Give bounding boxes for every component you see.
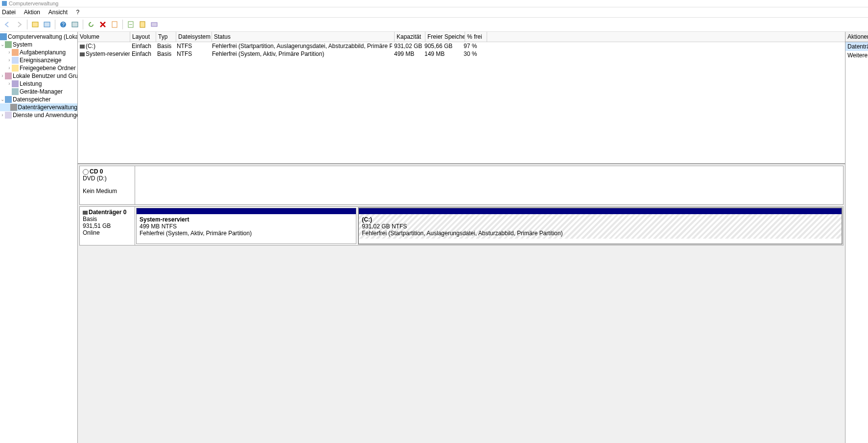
cdrom-label: CD 0 DVD (D:) Kein Medium — [80, 166, 135, 204]
properties-icon[interactable] — [109, 19, 120, 30]
disk0-label: Datenträger 0 Basis 931,51 GB Online — [80, 207, 135, 245]
tree-perf-label: Leistung — [20, 80, 42, 88]
tree-task-label: Aufgabenplanung — [20, 49, 66, 56]
attach-vhd-icon[interactable] — [137, 19, 148, 30]
nav-tree: Computerverwaltung (Lokal) ⌄System ›Aufg… — [0, 32, 78, 443]
volume-row[interactable]: System-reserviert Einfach Basis NTFS Feh… — [78, 50, 845, 58]
svg-text:?: ? — [62, 22, 65, 27]
tree-users[interactable]: ›Lokale Benutzer und Gruppen — [0, 72, 77, 80]
main-pane: Volume Layout Typ Dateisystem Status Kap… — [78, 32, 845, 443]
volume-list: Volume Layout Typ Dateisystem Status Kap… — [78, 32, 845, 164]
drive-icon — [80, 52, 85, 56]
p1-status: Fehlerfrei (System, Aktiv, Primäre Parti… — [140, 230, 252, 237]
show-hide-tree-icon[interactable] — [30, 19, 41, 30]
partition-system-reserved[interactable]: System-reserviert 499 MB NTFS Fehlerfrei… — [136, 208, 356, 244]
disk-icon — [83, 211, 88, 215]
menu-view[interactable]: Ansicht — [48, 9, 68, 16]
cell-typ: Basis — [155, 50, 175, 58]
toolbar: ? — [0, 17, 868, 32]
cell-fs: NTFS — [175, 50, 210, 58]
refresh-icon[interactable] — [86, 19, 96, 30]
tree-devmgr[interactable]: Geräte-Manager — [0, 88, 77, 96]
svg-rect-0 — [32, 22, 38, 27]
col-free[interactable]: Freier Speicher — [425, 32, 465, 42]
disk0-title: Datenträger 0 — [89, 209, 126, 216]
tree-shared[interactable]: ›Freigegebene Ordner — [0, 64, 77, 72]
menu-file[interactable]: Datei — [2, 9, 16, 16]
partition-stripe — [137, 208, 356, 214]
p2-info: 931,02 GB NTFS — [362, 223, 407, 230]
col-pct[interactable]: % frei — [465, 32, 487, 42]
cd-line3: Kein Medium — [83, 188, 132, 195]
col-fs[interactable]: Dateisystem — [176, 32, 212, 42]
disk0-size: 931,51 GB — [83, 222, 132, 229]
separator — [122, 20, 123, 29]
detach-vhd-icon[interactable] — [149, 19, 160, 30]
tree-system[interactable]: ⌄System — [0, 41, 77, 49]
show-hide-action-icon[interactable] — [42, 19, 52, 30]
rescan-icon[interactable] — [125, 19, 136, 30]
cell-pct: 30 % — [462, 50, 483, 58]
menubar: Datei Aktion Ansicht ? — [0, 7, 868, 17]
tree-storage[interactable]: ⌄Datenspeicher — [0, 96, 77, 103]
cell-status: Fehlerfrei (System, Aktiv, Primäre Parti… — [210, 50, 392, 58]
volume-list-header: Volume Layout Typ Dateisystem Status Kap… — [78, 32, 845, 42]
col-status[interactable]: Status — [212, 32, 395, 42]
p2-status: Fehlerfrei (Startpartition, Auslagerungs… — [362, 230, 563, 237]
tree-services[interactable]: ›Dienste und Anwendungen — [0, 111, 77, 119]
window-titlebar: Computerverwaltung — [0, 0, 868, 7]
partition-c[interactable]: (C:) 931,02 GB NTFS Fehlerfrei (Startpar… — [358, 208, 842, 244]
p2-name: (C:) — [362, 216, 372, 223]
view-settings-icon[interactable] — [70, 19, 80, 30]
tree-shared-label: Freigegebene Ordner — [20, 64, 76, 72]
cell-name: System-reserviert — [86, 50, 130, 57]
tree-event[interactable]: ›Ereignisanzeige — [0, 56, 77, 64]
disk0-type: Basis — [83, 216, 132, 222]
forward-icon[interactable] — [14, 19, 24, 30]
disk0-state: Online — [83, 229, 132, 236]
app-icon — [2, 1, 7, 6]
cdrom-icon — [83, 169, 89, 175]
cell-fs: NTFS — [175, 42, 210, 50]
col-typ[interactable]: Typ — [156, 32, 176, 42]
action-diskmgmt[interactable]: Datenträgerverwaltung — [845, 42, 868, 51]
menu-action[interactable]: Aktion — [24, 9, 40, 16]
delete-icon[interactable] — [97, 19, 108, 30]
svg-rect-5 — [112, 22, 117, 27]
tree-root[interactable]: Computerverwaltung (Lokal) — [0, 33, 77, 41]
help-icon[interactable]: ? — [58, 19, 69, 30]
tree-users-label: Lokale Benutzer und Gruppen — [13, 72, 78, 80]
tree-diskmgmt-label: Datenträgerverwaltung — [18, 103, 77, 111]
tree-task[interactable]: ›Aufgabenplanung — [0, 49, 77, 56]
back-icon[interactable] — [2, 19, 13, 30]
volume-row[interactable]: (C:) Einfach Basis NTFS Fehlerfrei (Star… — [78, 42, 845, 50]
partition-stripe — [359, 208, 842, 214]
col-cap[interactable]: Kapazität — [395, 32, 425, 42]
tree-devmgr-label: Geräte-Manager — [20, 88, 63, 96]
cd-line2: DVD (D:) — [83, 175, 132, 182]
tree-services-label: Dienste und Anwendungen — [13, 111, 78, 119]
cell-name: (C:) — [86, 43, 95, 49]
svg-rect-8 — [151, 23, 157, 26]
disk0-row[interactable]: Datenträger 0 Basis 931,51 GB Online Sys… — [79, 206, 844, 246]
window-title: Computerverwaltung — [9, 0, 59, 6]
tree-event-label: Ereignisanzeige — [20, 56, 61, 64]
actions-header: Aktionen — [845, 32, 868, 42]
cell-layout: Einfach — [130, 50, 155, 58]
cdrom-row[interactable]: CD 0 DVD (D:) Kein Medium — [79, 166, 844, 205]
tree-diskmgmt[interactable]: Datenträgerverwaltung — [0, 103, 77, 111]
tree-perf[interactable]: ›Leistung — [0, 80, 77, 88]
cd-title: CD 0 — [90, 168, 103, 175]
cell-status: Fehlerfrei (Startpartition, Auslagerungs… — [210, 42, 392, 50]
action-more[interactable]: Weitere Aktionen — [845, 51, 868, 60]
svg-rect-4 — [72, 22, 78, 27]
cell-layout: Einfach — [130, 42, 155, 50]
cell-cap: 499 MB — [392, 50, 422, 58]
cell-pct: 97 % — [462, 42, 483, 50]
tree-root-label: Computerverwaltung (Lokal) — [8, 33, 78, 41]
col-volume[interactable]: Volume — [78, 32, 130, 42]
cell-free: 149 MB — [422, 50, 462, 58]
menu-help[interactable]: ? — [76, 9, 79, 16]
col-layout[interactable]: Layout — [130, 32, 156, 42]
actions-pane: Aktionen Datenträgerverwaltung Weitere A… — [845, 32, 868, 443]
